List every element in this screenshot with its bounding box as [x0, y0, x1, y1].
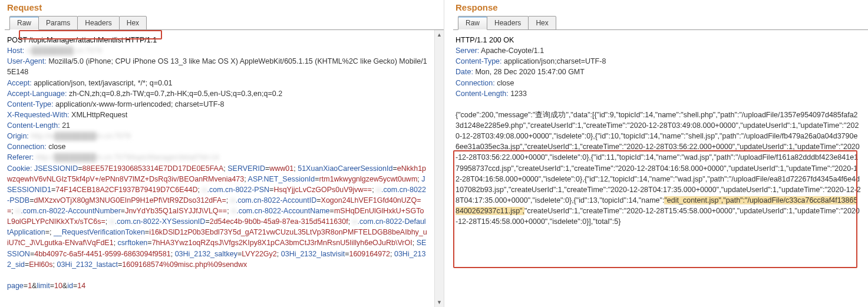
form-val: 14	[77, 282, 85, 290]
request-scrollbar[interactable]: ▲ ▼	[434, 30, 444, 307]
cookie-key: w .com.cn-8022-PSN	[202, 186, 269, 194]
request-body[interactable]: POST /topicManager/attachMentlist HTTP/1…	[5, 30, 434, 307]
cookie-val: 7hHA3Ywz1oqRZqsJ\Vfgs2KIpy8X1pCA3bmCtJ3r…	[152, 239, 412, 247]
cookie-key: ASP.NET_SessionId	[248, 175, 315, 183]
hdr-accept-label: Accept:	[7, 79, 32, 87]
resp-cl-value: 1233	[510, 90, 527, 98]
resp-cl-label: Content-Length:	[456, 90, 509, 98]
highlight-box-response	[453, 150, 857, 268]
form-key: id	[67, 282, 73, 290]
cookie-val: 2d54ec4b-9b0b-45a9-87ea-315d5411630f	[210, 217, 348, 226]
cookie-key: w .com.cn-8022-AccountName	[231, 207, 329, 215]
resp-date-label: Date:	[456, 68, 473, 76]
cookie-val: www01	[269, 164, 293, 173]
response-tabs: Raw Headers Hex	[453, 16, 868, 30]
hdr-cl-value: 21	[62, 121, 70, 130]
tab-raw[interactable]: Raw	[9, 16, 39, 30]
scroll-up-icon[interactable]: ▲	[435, 30, 444, 39]
hdr-xrw-label: X-Requested-With:	[7, 111, 70, 119]
tab-hex[interactable]: Hex	[119, 16, 147, 30]
hdr-ua-label: User-Agent:	[7, 57, 47, 65]
hdr-ct-label: Content-Type:	[7, 100, 54, 108]
cookie-val: 1609164972	[349, 250, 390, 258]
cookie-val: EHl60s	[29, 260, 52, 269]
cookie-val: rtm1wkwygnlgzew5ycwt0uwm	[319, 175, 418, 183]
response-title: Response	[453, 2, 868, 16]
cookie-key: 03Hi_2132_lastvisit	[281, 250, 345, 258]
hdr-al-label: Accept-Language:	[7, 90, 67, 98]
hdr-cookie-label: Cookie:	[7, 164, 32, 173]
response-body[interactable]: HTTP/1.1 200 OK Server: Apache-Coyote/1.…	[453, 30, 868, 307]
hdr-referer-label: Referer:	[7, 153, 34, 161]
cookie-key: SERVERID	[227, 164, 265, 173]
cookie-key: JSESSIONID	[34, 164, 78, 173]
hdr-host-label: Host:	[7, 47, 24, 55]
hdr-referer-value-blurred: http://████████m.cn:7079/topicManager/de…	[36, 152, 219, 163]
scroll-down-icon[interactable]: ▼	[435, 298, 444, 307]
hdr-ct-value: application/x-www-form-urlencoded; chars…	[55, 100, 225, 108]
hdr-al-value: zh-CN,zh;q=0.8,zh-TW;q=0.7,zh-HK;q=0.5,e…	[69, 90, 282, 98]
hdr-origin-label: Origin:	[7, 132, 29, 140]
cookie-key: w .com.cn-8022-AccountID	[230, 196, 317, 204]
cookie-val: 4bb4097c-6a5f-4451-9599-6863094f9581	[34, 250, 170, 258]
resp-date-value: Mon, 28 Dec 2020 15:47:00 GMT	[475, 68, 585, 76]
resp-conn-label: Connection:	[456, 79, 495, 87]
tab-headers[interactable]: Headers	[77, 16, 119, 30]
request-panel: Request Raw Params Headers Hex POST /top…	[0, 0, 444, 307]
request-form-body: page=1&limit=10&id=14	[7, 282, 85, 290]
cookie-key: 03Hi_2132_saltkey	[175, 250, 237, 258]
tab-raw-resp[interactable]: Raw	[458, 16, 487, 30]
cookie-key: w .com.cn-8022-XYSessionID	[110, 217, 206, 226]
resp-server-label: Server:	[456, 47, 479, 55]
form-key: page	[7, 282, 24, 290]
tab-hex-resp[interactable]: Hex	[528, 16, 556, 30]
hdr-xrw-value: XMLHttpRequest	[71, 111, 127, 119]
hdr-host-value-blurred: w████████.cn:7079	[27, 45, 102, 56]
cookie-val: 88EE57E19306853314E7DD17DE0E5FAA	[82, 164, 224, 173]
tab-params[interactable]: Params	[38, 16, 78, 30]
cookie-key: 51XuanXiaoCareerSessionId	[298, 164, 392, 173]
resp-conn-value: close	[497, 79, 514, 87]
hdr-cl-label: Content-Length:	[7, 121, 60, 130]
cookie-key: 03Hi_2132_lastact	[57, 260, 118, 269]
form-key: limit	[37, 282, 49, 290]
cookie-val: 1609168574%09misc.php%09sendwx	[122, 260, 247, 269]
highlight-box-request-line	[19, 30, 162, 39]
hdr-ua-value: Mozilla/5.0 (iPhone; CPU iPhone OS 13_3 …	[7, 57, 427, 76]
cookie-key: csrftoken	[118, 239, 148, 247]
cookie-val: HsqYjjcLvCzGOPs0uV9jvw==	[273, 186, 372, 194]
cookie-val: dMXzxvOTjX80gM3NUG0EInP9H1ePf\VtR9ZDso31…	[34, 196, 226, 204]
tab-headers-resp[interactable]: Headers	[487, 16, 529, 30]
cookie-val: 74F14CEB18A2CF1937B79419D7C6E44D	[55, 186, 197, 194]
form-val: 10	[54, 282, 62, 290]
hdr-accept-value: application/json, text/javascript, */*; …	[34, 79, 172, 87]
request-title: Request	[5, 2, 444, 16]
response-panel: Response Raw Headers Hex HTTP/1.1 200 OK…	[448, 0, 868, 307]
hdr-conn-label: Connection:	[7, 143, 47, 151]
panel-divider[interactable]	[444, 0, 448, 307]
resp-ct-value: application/json;charset=UTF-8	[504, 57, 606, 65]
resp-ct-label: Content-Type:	[456, 57, 502, 65]
status-line: HTTP/1.1 200 OK	[456, 36, 514, 44]
cookie-val: LVY22Gy2	[242, 250, 277, 258]
cookie-list: JSESSIONID=88EE57E19306853314E7DD17DE0E5…	[7, 164, 427, 269]
request-tabs: Raw Params Headers Hex	[5, 16, 444, 30]
hdr-conn-value: close	[48, 143, 65, 151]
hdr-origin-value-blurred: http://w████████m.cn:7079	[31, 131, 131, 141]
resp-server-value: Apache-Coyote/1.1	[481, 47, 544, 55]
cookie-key: __RequestVerificationToken	[54, 228, 145, 236]
cookie-key: w .com.cn-8022-AccountNumber	[15, 207, 121, 215]
cookie-val: JnvYdYb35Q1aISYJJfJ\VLQ==	[125, 207, 227, 215]
